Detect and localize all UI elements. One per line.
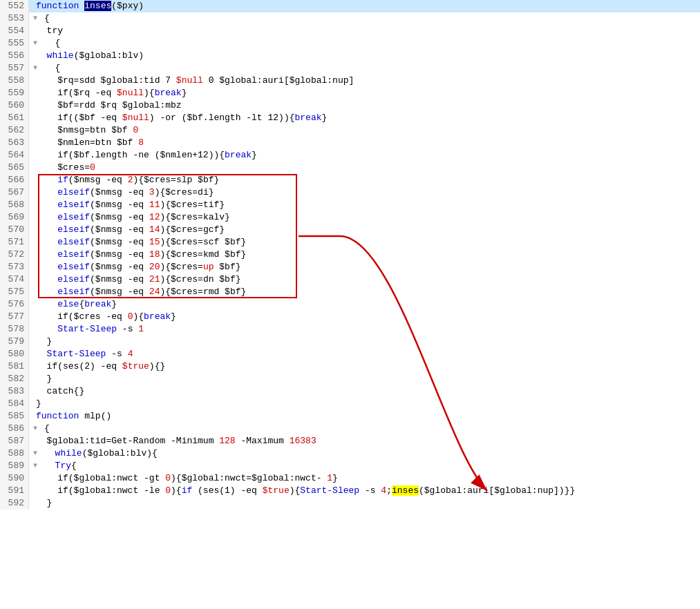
line-content: if($cres -eq 0){break} <box>33 311 700 323</box>
code-token: ($nmsg -eq <box>90 187 149 197</box>
code-token: $true <box>263 485 290 496</box>
code-token: ){} <box>149 361 165 371</box>
line-number: 562 <box>0 124 29 137</box>
line-number: 576 <box>0 298 29 311</box>
code-line-564: 564 if($bf.length -ne ($nmlen+12)){break… <box>0 149 700 162</box>
code-token: 0 <box>165 485 171 496</box>
code-token <box>36 274 57 284</box>
code-token: 3 <box>149 187 155 197</box>
line-number: 572 <box>0 249 29 261</box>
code-token <box>36 50 47 61</box>
code-token: Try <box>55 461 71 471</box>
line-content: } <box>33 497 700 510</box>
code-line-585: 585function mlp() <box>0 410 700 423</box>
code-token <box>36 212 57 222</box>
code-line-569: 569 elseif($nmsg -eq 12){$cres=kalv} <box>0 211 700 224</box>
line-number: 563 <box>0 137 29 149</box>
line-content: while($global:blv) <box>33 50 700 62</box>
code-line-590: 590 if($global:nwct -gt 0){$global:nwct=… <box>0 472 700 485</box>
line-content: } <box>33 373 700 385</box>
code-line-557: 557▼ { <box>0 62 700 75</box>
code-token: { <box>44 38 60 48</box>
line-number: 591 <box>0 485 29 497</box>
code-token <box>36 262 57 272</box>
code-token: } <box>332 473 338 483</box>
code-line-565: 565 $cres=0 <box>0 162 700 174</box>
fold-arrow[interactable]: ▼ <box>33 447 40 460</box>
code-token: ($nmsg -eq <box>90 212 149 222</box>
code-token: ($nmsg -eq <box>68 175 128 185</box>
code-token: -Maximum <box>236 436 290 446</box>
code-line-554: 554 try <box>0 25 700 37</box>
code-line-581: 581 if(ses(2) -eq $true){} <box>0 360 700 373</box>
line-number: 585 <box>0 410 29 423</box>
code-token: 14 <box>149 224 160 235</box>
code-token: ($nmsg -eq <box>90 224 149 235</box>
line-content: { <box>41 12 700 25</box>
fold-arrow[interactable]: ▼ <box>33 12 40 25</box>
code-token: $nmsg=btn $bf <box>36 125 133 135</box>
fold-arrow[interactable]: ▼ <box>33 37 40 50</box>
code-line-576: 576 else{break} <box>0 298 700 311</box>
code-line-574: 574 elseif($nmsg -eq 21){$cres=dn $bf} <box>0 273 700 286</box>
line-number: 556 <box>0 50 29 62</box>
line-number: 582 <box>0 373 29 385</box>
line-content: if(($bf -eq $null) -or ($bf.length -lt 1… <box>33 112 700 124</box>
line-content: function mlp() <box>33 410 700 423</box>
code-token: $bf=rdd $rq $global:mbz <box>36 100 182 110</box>
code-token: 0 <box>165 473 171 483</box>
code-token: ){$cres=rmd $bf} <box>160 287 246 297</box>
line-number: 557 <box>0 62 29 75</box>
line-number: 566 <box>0 174 29 186</box>
code-token: } <box>36 498 52 508</box>
code-token: } <box>322 113 328 123</box>
code-token: ($global:auri[$global:nup])}} <box>419 485 575 496</box>
line-content: while($global:blv){ <box>41 447 700 460</box>
code-token <box>44 461 55 471</box>
code-token: ){$cres=dn $bf} <box>160 274 240 284</box>
code-token: ; <box>386 485 392 496</box>
code-token: ){$cres=scf $bf} <box>160 237 246 247</box>
code-token: 21 <box>149 274 160 284</box>
code-token: ){$global:nwct=$global:nwct- <box>171 473 327 483</box>
line-content: else{break} <box>33 298 700 311</box>
code-token: ($global:blv){ <box>82 448 158 458</box>
fold-arrow[interactable]: ▼ <box>33 423 40 435</box>
code-token: ($nmsg -eq <box>90 262 149 272</box>
line-number: 553 <box>0 12 29 25</box>
fold-arrow[interactable]: ▼ <box>33 62 40 75</box>
code-token: 20 <box>149 262 160 272</box>
code-token: ($pxy) <box>111 1 144 11</box>
line-number: 560 <box>0 99 29 112</box>
code-token: elseif <box>57 224 90 235</box>
code-token: function <box>36 1 79 11</box>
code-token: inses <box>392 485 419 496</box>
line-number: 558 <box>0 75 29 87</box>
line-number: 561 <box>0 112 29 124</box>
line-number: 573 <box>0 261 29 273</box>
line-number: 552 <box>0 0 29 12</box>
line-content: elseif($nmsg -eq 11){$cres=tif} <box>33 199 700 211</box>
code-token: ($nmsg -eq <box>90 249 149 260</box>
code-token: break <box>294 113 321 123</box>
line-content: if(ses(2) -eq $true){} <box>33 360 700 373</box>
code-token: ($nmsg -eq <box>90 287 149 297</box>
code-line-568: 568 elseif($nmsg -eq 11){$cres=tif} <box>0 199 700 211</box>
code-token: $true <box>122 361 149 371</box>
line-content: { <box>41 37 700 50</box>
code-token: elseif <box>57 274 90 284</box>
code-token: elseif <box>57 237 90 247</box>
code-token: -s <box>359 485 381 496</box>
line-content: Start-Sleep -s 1 <box>33 323 700 336</box>
code-token: break <box>155 88 182 98</box>
code-token: mlp() <box>79 411 111 421</box>
code-token: if(ses(2) -eq <box>36 361 122 371</box>
code-editor: 552function inses($pxy)553▼{554 try555▼ … <box>0 0 700 609</box>
code-token: inses <box>84 1 111 11</box>
code-token: elseif <box>57 200 90 210</box>
code-token: $bf} <box>214 262 241 272</box>
line-number: 592 <box>0 497 29 510</box>
code-line-580: 580 Start-Sleep -s 4 <box>0 348 700 360</box>
fold-arrow[interactable]: ▼ <box>33 460 40 472</box>
code-token: 15 <box>149 237 160 247</box>
